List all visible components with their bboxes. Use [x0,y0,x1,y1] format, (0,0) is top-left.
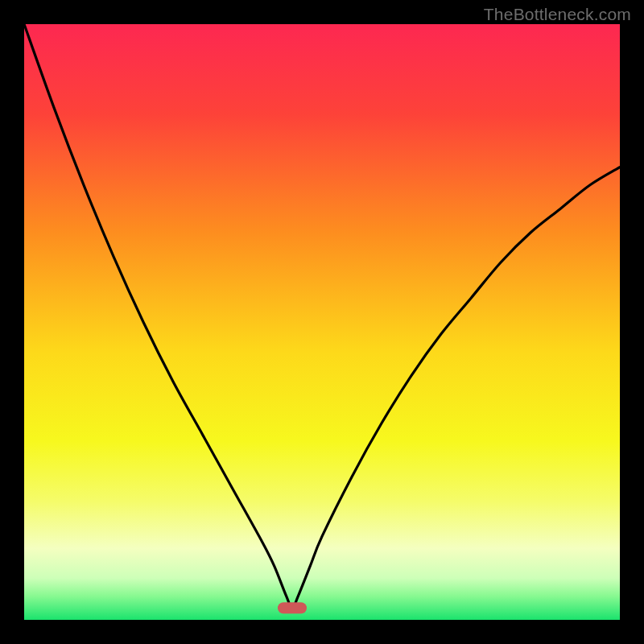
gradient-background [24,24,620,620]
chart-frame: TheBottleneck.com [0,0,644,644]
optimal-marker [278,602,307,613]
plot-area [24,24,620,620]
watermark-text: TheBottleneck.com [484,5,631,24]
chart-canvas [24,24,620,620]
